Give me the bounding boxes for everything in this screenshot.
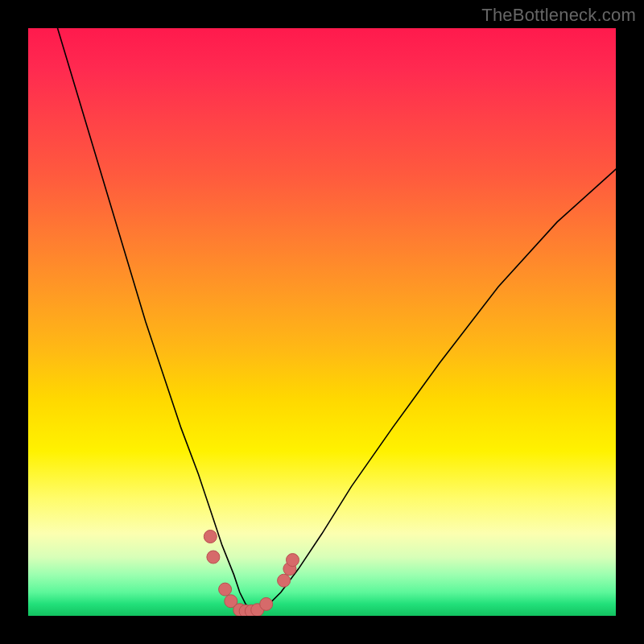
plot-area	[28, 28, 616, 616]
chart-frame: TheBottleneck.com	[0, 0, 644, 644]
data-point	[278, 574, 291, 587]
data-point	[207, 551, 220, 564]
data-point	[204, 530, 217, 543]
v-curve	[58, 28, 617, 610]
data-point	[287, 554, 299, 567]
chart-svg	[28, 28, 616, 616]
data-point	[219, 583, 232, 596]
dot-layer	[204, 530, 299, 617]
data-point	[260, 597, 273, 610]
watermark-text: TheBottleneck.com	[481, 5, 636, 26]
